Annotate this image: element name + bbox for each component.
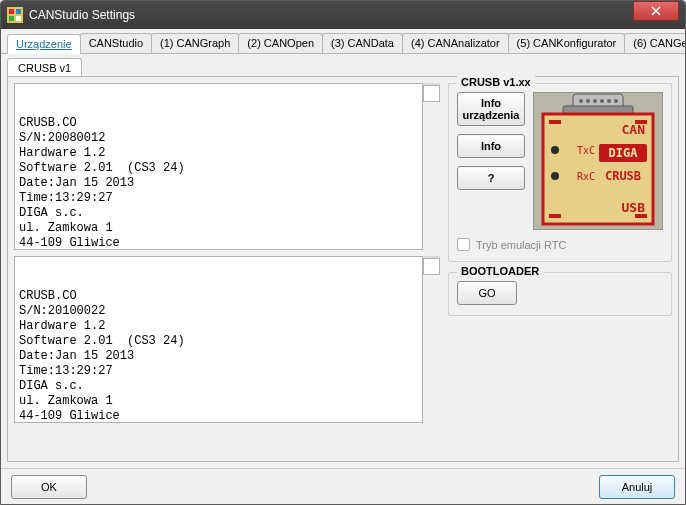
content-area: CRUSB v1 CRUSB.CO S/N:20080012 Hardware …: [1, 54, 685, 468]
cancel-button[interactable]: Anuluj: [599, 475, 675, 499]
group-bootloader-title: BOOTLOADER: [457, 265, 543, 277]
rtc-emulation-label: Tryb emulacji RTC: [476, 239, 566, 251]
main-tabs: Urządzenie CANStudio (1) CANGraph (2) CA…: [1, 29, 685, 54]
device-info-bottom: CRUSB.CO S/N:20100022 Hardware 1.2 Softw…: [14, 256, 423, 423]
device-info-top-wrap: CRUSB.CO S/N:20080012 Hardware 1.2 Softw…: [14, 83, 440, 250]
window-title: CANStudio Settings: [29, 8, 633, 22]
svg-rect-1: [9, 9, 14, 14]
info-button[interactable]: Info: [457, 134, 525, 158]
svg-rect-3: [9, 16, 14, 21]
svg-rect-17: [549, 214, 561, 218]
tab-cangenerator[interactable]: (6) CANGenerator: [624, 33, 686, 53]
svg-point-12: [614, 99, 618, 103]
bootloader-go-button[interactable]: GO: [457, 281, 517, 305]
help-button[interactable]: ?: [457, 166, 525, 190]
svg-text:DIGA: DIGA: [609, 146, 639, 160]
sub-tabs: CRUSB v1: [7, 58, 679, 77]
svg-rect-2: [16, 9, 21, 14]
svg-point-11: [607, 99, 611, 103]
svg-text:CRUSB: CRUSB: [605, 169, 641, 183]
svg-text:TxC: TxC: [577, 145, 595, 156]
svg-point-20: [551, 146, 559, 154]
footer: OK Anuluj: [1, 468, 685, 504]
device-info-bottom-text: CRUSB.CO S/N:20100022 Hardware 1.2 Softw…: [15, 287, 422, 423]
info-device-button[interactable]: Info urządzenia: [457, 92, 525, 126]
svg-text:CAN: CAN: [622, 122, 646, 137]
left-column: CRUSB.CO S/N:20080012 Hardware 1.2 Softw…: [14, 83, 440, 455]
device-info-bottom-wrap: CRUSB.CO S/N:20100022 Hardware 1.2 Softw…: [14, 256, 440, 423]
tab-canstudio[interactable]: CANStudio: [80, 33, 152, 53]
tab-cananalizator[interactable]: (4) CANAnalizator: [402, 33, 509, 53]
close-icon: [651, 6, 661, 16]
svg-point-7: [579, 99, 583, 103]
panel-device: CRUSB.CO S/N:20080012 Hardware 1.2 Softw…: [7, 76, 679, 462]
tab-candata[interactable]: (3) CANData: [322, 33, 403, 53]
svg-rect-15: [549, 120, 561, 124]
checkbox-icon: [457, 238, 470, 251]
right-column: CRUSB v1.xx Info urządzenia Info ?: [448, 83, 672, 455]
device-info-top-text: CRUSB.CO S/N:20080012 Hardware 1.2 Softw…: [15, 114, 422, 250]
svg-point-24: [551, 172, 559, 180]
group-crusb-title: CRUSB v1.xx: [457, 76, 535, 88]
svg-text:USB: USB: [622, 200, 646, 215]
tab-cangraph[interactable]: (1) CANGraph: [151, 33, 239, 53]
app-icon: [7, 7, 23, 23]
svg-text:RxC: RxC: [577, 171, 595, 182]
device-image: CAN TxC DIGA RxC CRUSB USB: [533, 92, 663, 230]
titlebar: CANStudio Settings: [1, 1, 685, 29]
settings-window: CANStudio Settings Urządzenie CANStudio …: [0, 0, 686, 505]
close-button[interactable]: [633, 1, 679, 21]
svg-point-10: [600, 99, 604, 103]
subtab-crusb-v1[interactable]: CRUSB v1: [7, 58, 82, 77]
svg-point-9: [593, 99, 597, 103]
ok-button[interactable]: OK: [11, 475, 87, 499]
tab-canopen[interactable]: (2) CANOpen: [238, 33, 323, 53]
svg-rect-4: [16, 16, 21, 21]
device-info-top: CRUSB.CO S/N:20080012 Hardware 1.2 Softw…: [14, 83, 423, 250]
corner-cell-bottom: [423, 258, 440, 275]
tab-device[interactable]: Urządzenie: [7, 34, 81, 54]
svg-point-8: [586, 99, 590, 103]
group-crusb: CRUSB v1.xx Info urządzenia Info ?: [448, 83, 672, 262]
tab-cankonfigurator[interactable]: (5) CANKonfigurator: [508, 33, 626, 53]
rtc-emulation-checkbox[interactable]: Tryb emulacji RTC: [457, 238, 663, 251]
group-bootloader: BOOTLOADER GO: [448, 272, 672, 316]
corner-cell-top: [423, 85, 440, 102]
